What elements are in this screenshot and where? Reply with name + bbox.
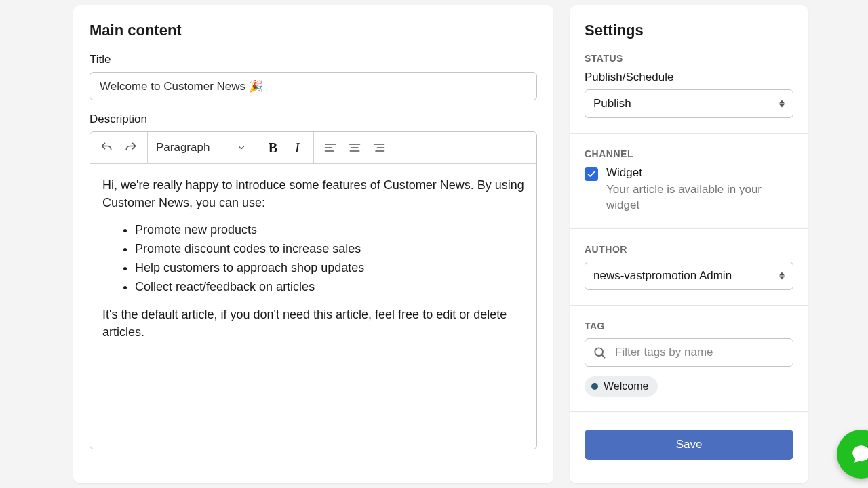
status-section-heading: STATUS [585,53,793,64]
divider [570,133,808,134]
redo-icon [124,141,138,155]
undo-button[interactable] [94,136,119,160]
channel-section-heading: CHANNEL [585,148,793,159]
list-item: Collect react/feedback on articles [135,278,524,296]
main-content-heading: Main content [90,22,537,39]
description-editor: Paragraph B I [90,131,537,449]
align-left-button[interactable] [318,136,342,160]
align-left-icon [323,141,337,155]
undo-icon [100,141,113,155]
list-item: Help customers to approach shop updates [135,259,524,277]
author-select-value: news-vastpromotion Admin [593,269,732,282]
tag-filter-input[interactable] [585,338,793,367]
tag-chip-label: Welcome [604,380,648,392]
body-intro: Hi, we're really happy to introduce some… [102,176,524,211]
block-style-value: Paragraph [156,141,210,155]
block-style-select[interactable]: Paragraph [148,132,256,163]
select-arrows-icon [779,272,785,279]
align-right-icon [372,141,386,155]
check-icon [587,169,596,179]
settings-heading: Settings [585,22,793,39]
status-label: Publish/Schedule [585,70,793,84]
title-input[interactable] [90,72,537,100]
tag-dot-icon [591,383,598,390]
italic-button[interactable]: I [285,136,309,160]
search-icon [593,346,606,359]
tag-section-heading: TAG [585,321,793,331]
widget-desc: Your article is available in your widget [606,182,793,214]
svg-line-10 [602,355,605,358]
align-center-icon [348,141,361,155]
settings-card: Settings STATUS Publish/Schedule Publish… [570,5,808,483]
divider [570,228,808,229]
bold-icon: B [269,140,277,156]
list-item: Promote discount codes to increase sales [135,240,524,258]
redo-button[interactable] [119,136,143,160]
author-select[interactable]: news-vastpromotion Admin [585,262,793,290]
save-button[interactable]: Save [585,430,793,460]
align-center-button[interactable] [342,136,367,160]
select-arrows-icon [779,100,785,108]
align-right-button[interactable] [367,136,391,160]
chevron-down-icon [237,143,246,152]
italic-icon: I [295,140,300,156]
author-section-heading: AUTHOR [585,244,793,255]
divider [570,411,808,412]
main-content-card: Main content Title Description Paragra [73,5,553,483]
widget-checkbox[interactable] [585,167,598,181]
list-item: Promote new products [135,221,524,239]
status-select[interactable]: Publish [585,89,793,118]
editor-toolbar: Paragraph B I [90,132,536,164]
tag-chip[interactable]: Welcome [585,376,658,396]
body-outro: It's the default article, if you don't n… [102,306,524,341]
description-label: Description [90,113,537,126]
status-select-value: Publish [593,97,631,110]
bold-button[interactable]: B [260,136,285,160]
title-label: Title [90,53,537,66]
body-bullet-list: Promote new products Promote discount co… [102,221,524,296]
editor-body[interactable]: Hi, we're really happy to introduce some… [90,164,536,449]
divider [570,305,808,306]
widget-label: Widget [606,166,793,180]
chat-icon [850,443,868,466]
